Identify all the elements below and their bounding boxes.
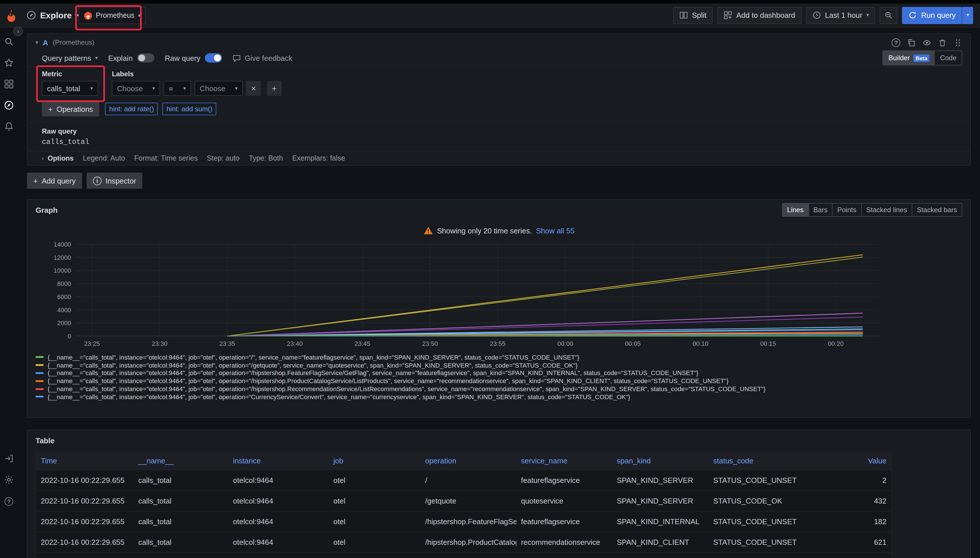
show-all-series-link[interactable]: Show all 55: [536, 226, 574, 235]
options-label: Options: [48, 154, 74, 162]
sidebar-item-dashboards[interactable]: [4, 79, 14, 89]
graph-mode-bars[interactable]: Bars: [808, 204, 832, 216]
table-cell: otelcol:9464: [229, 511, 329, 532]
chevron-down-icon: ▾: [90, 86, 93, 91]
builder-mode-button[interactable]: Builder Beta: [883, 51, 935, 65]
query-patterns-dropdown[interactable]: Query patterns ▾: [42, 54, 98, 62]
sidebar-item-sign-in[interactable]: [4, 454, 14, 463]
label-filter-row: Choose ▾ = ▾ Choose ▾: [112, 78, 282, 96]
graph-mode-stacked-bars[interactable]: Stacked bars: [912, 204, 962, 216]
table-cell: otel: [329, 511, 421, 532]
metric-select[interactable]: calls_total ▾: [42, 81, 98, 96]
table-cell: 182: [804, 511, 891, 532]
query-row-actions: ?: [892, 38, 962, 47]
table-cell: otel: [329, 470, 421, 490]
legend-item[interactable]: {__name__="calls_total", instance="otelc…: [36, 385, 962, 393]
hide-response-button[interactable]: [922, 38, 931, 47]
table-cell: 2: [804, 470, 891, 490]
option-summary-item-2: Step: auto: [207, 154, 240, 162]
give-feedback-button[interactable]: Give feedback: [233, 54, 292, 62]
sidebar-item-alerting[interactable]: [4, 121, 14, 131]
table-cell: 2022-10-16 00:22:29.655: [36, 511, 134, 532]
search-icon: [4, 37, 14, 46]
graph-mode-lines[interactable]: Lines: [783, 204, 808, 216]
query-hint-button-0[interactable]: hint: add rate(): [105, 103, 158, 115]
remove-query-button[interactable]: [938, 38, 947, 47]
explain-label: Explain: [108, 54, 133, 62]
legend-label: {__name__="calls_total", instance="otelc…: [48, 386, 766, 392]
graph-canvas[interactable]: 23:2523:3023:3523:4023:4523:5023:5500:00…: [36, 240, 885, 352]
add-label-filter-button[interactable]: +: [267, 81, 282, 96]
sidebar-item-settings[interactable]: [4, 475, 14, 484]
table-column-header-job[interactable]: job: [329, 453, 421, 470]
query-ref-id: A: [43, 38, 48, 47]
remove-label-filter-button[interactable]: ×: [246, 81, 261, 96]
builder-code-switch: Builder Beta Code: [883, 51, 962, 66]
legend-item[interactable]: {__name__="calls_total", instance="otelc…: [36, 353, 962, 361]
table-column-header-value[interactable]: Value: [804, 453, 891, 470]
table-column-header-instance[interactable]: instance: [229, 453, 329, 470]
time-range-picker[interactable]: Last 1 hour ▾: [806, 7, 875, 24]
raw-query-toggle-group: Raw query: [164, 53, 222, 62]
table-cell: STATUS_CODE_UNSET: [709, 511, 804, 532]
table-cell: calls_total: [134, 552, 229, 558]
table-column-header-status-code[interactable]: status_code: [709, 453, 804, 470]
plus-icon: +: [48, 105, 53, 113]
graph-mode-stacked-lines[interactable]: Stacked lines: [861, 204, 912, 216]
table-cell: 432: [804, 490, 891, 511]
run-query-button-group: Run query ▾: [902, 7, 973, 24]
table-row: 2022-10-16 00:22:29.655calls_totalotelco…: [36, 490, 891, 511]
label-value-select[interactable]: Choose ▾: [194, 81, 243, 96]
x-axis-label: 00:20: [828, 340, 844, 347]
label-key-select[interactable]: Choose ▾: [112, 81, 160, 96]
label-key-placeholder: Choose: [117, 84, 143, 93]
raw-query-label: Raw query: [164, 54, 200, 62]
sidebar-item-starred[interactable]: [4, 58, 14, 68]
x-axis-label: 00:15: [760, 340, 776, 347]
sidebar-item-help[interactable]: ?: [4, 496, 14, 506]
table-cell: /: [421, 470, 516, 490]
table-column-header-span-kind[interactable]: span_kind: [612, 453, 709, 470]
legend-item[interactable]: {__name__="calls_total", instance="otelc…: [36, 369, 962, 377]
table-column-header-time[interactable]: Time: [36, 453, 134, 470]
add-to-dashboard-button[interactable]: Add to dashboard: [717, 7, 802, 24]
sidebar-expand-button[interactable]: ›: [13, 26, 23, 36]
give-feedback-label: Give feedback: [245, 54, 292, 62]
legend-item[interactable]: {__name__="calls_total", instance="otelc…: [36, 393, 962, 401]
copy-query-button[interactable]: [907, 38, 916, 47]
drag-handle[interactable]: [954, 38, 962, 47]
raw-query-toggle[interactable]: [205, 53, 222, 62]
split-button[interactable]: Split: [673, 7, 713, 24]
refresh-icon: [909, 11, 917, 20]
explain-toggle[interactable]: [137, 53, 155, 62]
run-query-dropdown[interactable]: ▾: [962, 7, 973, 24]
add-operation-button[interactable]: + Operations: [42, 102, 99, 117]
graph-panel-header: Graph LinesBarsPointsStacked linesStacke…: [36, 204, 962, 216]
builder-label: Builder: [888, 54, 910, 62]
query-hint-button-1[interactable]: hint: add sum(): [163, 103, 216, 115]
datasource-picker[interactable]: Prometheus ▾: [79, 7, 146, 24]
legend-item[interactable]: {__name__="calls_total", instance="otelc…: [36, 377, 962, 385]
sidebar-item-search[interactable]: [4, 37, 14, 46]
options-toggle[interactable]: › Options: [42, 154, 74, 162]
legend-item[interactable]: {__name__="calls_total", instance="otelc…: [36, 361, 962, 369]
add-query-button[interactable]: + Add query: [27, 172, 82, 189]
inspector-button[interactable]: i Inspector: [87, 172, 143, 189]
table-column-header--name-[interactable]: __name__: [134, 453, 229, 470]
zoom-out-button[interactable]: [880, 7, 898, 24]
graph-mode-points[interactable]: Points: [832, 204, 861, 216]
run-query-button[interactable]: Run query: [902, 7, 962, 24]
raw-query-preview: Raw query calls_total: [28, 122, 970, 151]
labels-field: Labels Choose ▾ = ▾ Choose: [112, 70, 282, 96]
table-row: 2022-10-16 00:22:29.655calls_totalotelco…: [36, 532, 891, 552]
topbar-actions: Split Add to dashboard Last 1 hour ▾: [673, 7, 973, 24]
sidebar-item-explore[interactable]: [4, 100, 14, 110]
table-column-header-service-name[interactable]: service_name: [516, 453, 612, 470]
chevron-down-icon: ▾: [152, 86, 155, 91]
table-row: 2022-10-16 00:22:29.655calls_totalotelco…: [36, 511, 891, 532]
collapse-query-button[interactable]: ▾: [36, 40, 38, 45]
label-operator-select[interactable]: = ▾: [163, 81, 191, 96]
query-help-button[interactable]: ?: [892, 38, 900, 47]
table-column-header-operation[interactable]: operation: [421, 453, 516, 470]
code-mode-button[interactable]: Code: [935, 51, 962, 65]
